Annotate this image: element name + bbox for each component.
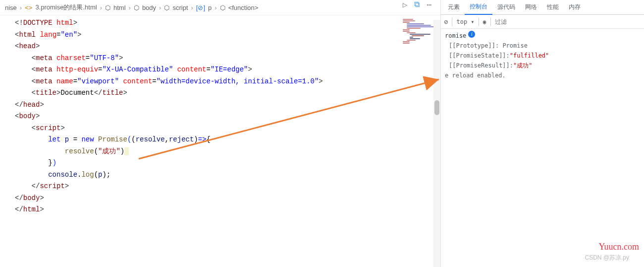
- play-icon[interactable]: ▷: [403, 0, 408, 10]
- variable-icon: [⊘]: [196, 4, 205, 11]
- console-state-value: "fulfilled": [510, 51, 549, 61]
- console-result-label: [[PromiseResult]]: [449, 61, 510, 70]
- tab-memory[interactable]: 内存: [564, 0, 586, 14]
- chevron-right-icon: ›: [20, 4, 22, 11]
- breadcrumb-item[interactable]: script: [172, 4, 188, 11]
- editor-top-icons: ▷ ⧉ ⋯: [403, 0, 431, 10]
- watermark-author: CSDN @苏凉.py: [585, 254, 629, 262]
- breadcrumb-item[interactable]: 3.promise的结果.html: [35, 3, 97, 12]
- code-area[interactable]: <!DOCTYPE html><html lang="en"><head> <m…: [0, 15, 440, 267]
- more-icon[interactable]: ⋯: [427, 0, 431, 10]
- editor-pane: ▷ ⧉ ⋯ nise › <> 3.promise的结果.html › ⬡ ht…: [0, 0, 441, 267]
- devtools-pane: 元素 控制台 源代码 网络 性能 内存 ⊘ top ▾ ◉ romise i […: [441, 0, 644, 267]
- tab-network[interactable]: 网络: [520, 0, 542, 14]
- filter-input[interactable]: [495, 18, 641, 25]
- breadcrumb: nise › <> 3.promise的结果.html › ⬡ html › ⬡…: [0, 0, 440, 15]
- clear-console-icon[interactable]: ⊘: [444, 18, 448, 26]
- scrollbar-vertical[interactable]: [433, 20, 440, 267]
- cube-icon: ⬡: [105, 4, 110, 11]
- devtools-tabs: 元素 控制台 源代码 网络 性能 内存: [441, 0, 644, 15]
- chevron-right-icon: ›: [100, 4, 102, 11]
- scrollbar-thumb[interactable]: [434, 100, 439, 115]
- code-content[interactable]: <!DOCTYPE html><html lang="en"><head> <m…: [10, 15, 440, 267]
- cube-icon: ⬡: [220, 4, 225, 11]
- info-icon[interactable]: i: [468, 31, 475, 38]
- chevron-right-icon: ›: [191, 4, 193, 11]
- breadcrumb-item[interactable]: p: [208, 4, 212, 11]
- breadcrumb-item[interactable]: html: [113, 4, 126, 11]
- split-icon[interactable]: ⧉: [414, 0, 420, 10]
- tab-sources[interactable]: 源代码: [492, 0, 520, 14]
- console-toolbar: ⊘ top ▾ ◉: [441, 15, 644, 29]
- console-reload-msg: e reload enabled.: [445, 70, 506, 80]
- console-prototype: [[Prototype]]: Promise: [449, 41, 528, 51]
- chevron-right-icon: ›: [159, 4, 161, 11]
- html-file-icon: <>: [25, 4, 32, 11]
- tab-performance[interactable]: 性能: [542, 0, 564, 14]
- line-gutter: [0, 15, 10, 267]
- breadcrumb-item[interactable]: <function>: [228, 4, 259, 11]
- tab-elements[interactable]: 元素: [443, 0, 465, 14]
- chevron-right-icon: ›: [129, 4, 131, 11]
- cube-icon: ⬡: [164, 4, 169, 11]
- console-result-value: "成功": [513, 61, 532, 70]
- context-selector[interactable]: top ▾: [456, 18, 474, 25]
- console-output[interactable]: romise i [[Prototype]]: Promise [[Promis…: [441, 29, 644, 267]
- breadcrumb-item[interactable]: body: [142, 4, 156, 11]
- eye-icon[interactable]: ◉: [483, 18, 486, 25]
- watermark: Yuucn.com: [599, 242, 639, 252]
- console-promise-label: romise: [445, 31, 466, 41]
- minimap[interactable]: [403, 19, 437, 44]
- breadcrumb-file-partial[interactable]: nise: [5, 4, 17, 11]
- cube-icon: ⬡: [134, 4, 139, 11]
- chevron-right-icon: ›: [215, 4, 216, 11]
- tab-console[interactable]: 控制台: [465, 0, 492, 15]
- console-state-label: [[PromiseState]]: [449, 51, 506, 61]
